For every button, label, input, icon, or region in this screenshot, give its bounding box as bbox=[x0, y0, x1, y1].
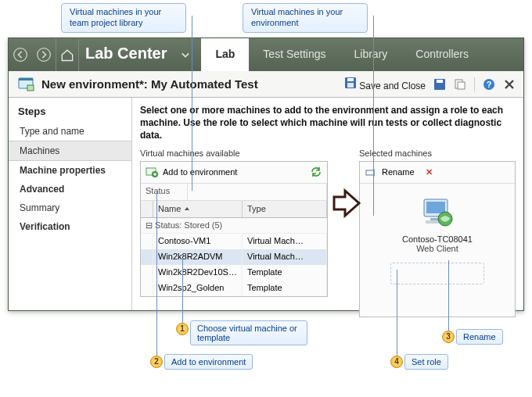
svg-point-0 bbox=[14, 48, 27, 62]
selected-panel: Selected machines Rename ✕ Contoso-TC080… bbox=[359, 148, 516, 317]
step1-label: Choose virtual machine or template bbox=[190, 320, 307, 345]
save-button[interactable] bbox=[433, 78, 446, 91]
save-and-close-button[interactable]: Save and Close bbox=[344, 77, 426, 91]
selected-title: Selected machines bbox=[359, 148, 516, 158]
callout-line-library bbox=[192, 16, 192, 191]
app-window: Lab Center Lab Test Settings Library Con… bbox=[8, 38, 524, 311]
step-type-and-name[interactable]: Type and name bbox=[9, 122, 131, 141]
role-slot[interactable] bbox=[390, 263, 484, 284]
svg-point-1 bbox=[38, 48, 51, 62]
sidebar-title: Steps bbox=[9, 104, 131, 122]
selected-machine-role: Web Client bbox=[416, 244, 458, 253]
transfer-arrow-icon bbox=[331, 188, 362, 221]
remove-button[interactable]: ✕ bbox=[426, 167, 433, 177]
tab-library[interactable]: Library bbox=[340, 38, 402, 71]
steps-sidebar: Steps Type and name Machines Machine pro… bbox=[9, 98, 132, 310]
rename-icon bbox=[365, 166, 377, 178]
step2-badge: 2 bbox=[150, 356, 163, 368]
svg-rect-11 bbox=[458, 82, 465, 89]
svg-text:?: ? bbox=[487, 80, 492, 89]
step-verification[interactable]: Verification bbox=[9, 217, 131, 236]
step3-line bbox=[448, 260, 449, 334]
copy-button[interactable] bbox=[454, 78, 466, 91]
svg-rect-4 bbox=[27, 85, 34, 91]
help-button[interactable]: ? bbox=[483, 78, 495, 91]
vm-row[interactable]: Win2k8R2Dev10SP1Template bbox=[141, 265, 327, 281]
step4-badge: 4 bbox=[390, 356, 403, 368]
forward-button[interactable] bbox=[32, 38, 56, 71]
step3-label: Rename bbox=[456, 329, 503, 345]
vm-row[interactable]: Contoso-VM1Virtual Mach… bbox=[141, 234, 327, 249]
home-button[interactable] bbox=[56, 38, 79, 71]
col-name[interactable]: Name bbox=[153, 201, 243, 217]
col-expand[interactable] bbox=[141, 201, 153, 217]
step2-line bbox=[156, 191, 157, 359]
toolbar: New environment*: My Automated Test Save… bbox=[9, 71, 523, 98]
tab-lab[interactable]: Lab bbox=[201, 38, 249, 71]
toolbar-divider bbox=[474, 77, 475, 91]
step1-badge: 1 bbox=[176, 323, 189, 335]
app-header: Lab Center Lab Test Settings Library Con… bbox=[9, 38, 523, 71]
available-panel: Virtual machines available Add to enviro… bbox=[140, 148, 328, 317]
tab-test-settings[interactable]: Test Settings bbox=[249, 38, 340, 71]
step4-label: Set role bbox=[404, 354, 448, 370]
close-button[interactable] bbox=[503, 78, 516, 91]
filter-blank[interactable] bbox=[188, 184, 327, 200]
tab-controllers[interactable]: Controllers bbox=[401, 38, 483, 71]
step1-line bbox=[182, 258, 183, 328]
machine-icon[interactable] bbox=[419, 198, 455, 231]
step4-line bbox=[397, 270, 397, 359]
header-tabs: Lab Test Settings Library Controllers bbox=[201, 38, 483, 71]
svg-rect-18 bbox=[426, 202, 445, 213]
callout-env: Virtual machines in your environment bbox=[243, 3, 368, 33]
col-type[interactable]: Type bbox=[243, 201, 327, 217]
callout-line-env bbox=[373, 16, 374, 216]
callout-library: Virtual machines in your team project li… bbox=[61, 3, 186, 33]
step-machines[interactable]: Machines bbox=[9, 141, 131, 161]
sort-asc-icon bbox=[184, 206, 190, 212]
save-icon bbox=[344, 77, 357, 89]
back-button[interactable] bbox=[9, 38, 32, 71]
add-to-environment-button[interactable]: Add to environment bbox=[163, 167, 237, 177]
vm-row[interactable]: Win2sp2_GoldenTemplate bbox=[141, 281, 327, 296]
step-advanced[interactable]: Advanced bbox=[9, 180, 131, 198]
svg-rect-6 bbox=[347, 78, 354, 81]
step3-badge: 3 bbox=[442, 331, 455, 343]
svg-rect-3 bbox=[19, 78, 33, 80]
main-panel: Select one or more machines to add to th… bbox=[132, 98, 523, 310]
app-brand: Lab Center bbox=[79, 38, 178, 71]
group-stored[interactable]: ⊟ Status: Stored (5) bbox=[141, 218, 327, 234]
environment-icon bbox=[16, 75, 35, 94]
step2-label: Add to environment bbox=[164, 354, 253, 370]
svg-rect-7 bbox=[347, 83, 354, 88]
step-summary[interactable]: Summary bbox=[9, 198, 131, 217]
step-machine-properties[interactable]: Machine properties bbox=[9, 161, 131, 180]
vm-row[interactable]: Win2k8R2ADVMVirtual Mach… bbox=[141, 249, 327, 265]
instructions: Select one or more machines to add to th… bbox=[140, 104, 516, 142]
page-title: New environment*: My Automated Test bbox=[41, 77, 344, 91]
add-icon bbox=[146, 166, 158, 178]
rename-button[interactable]: Rename bbox=[382, 167, 415, 177]
svg-rect-9 bbox=[437, 80, 443, 83]
available-title: Virtual machines available bbox=[140, 148, 328, 158]
filter-status[interactable]: Status bbox=[141, 184, 188, 200]
selected-machine-name: Contoso-TC08041 bbox=[402, 234, 473, 244]
refresh-button[interactable] bbox=[310, 166, 322, 178]
